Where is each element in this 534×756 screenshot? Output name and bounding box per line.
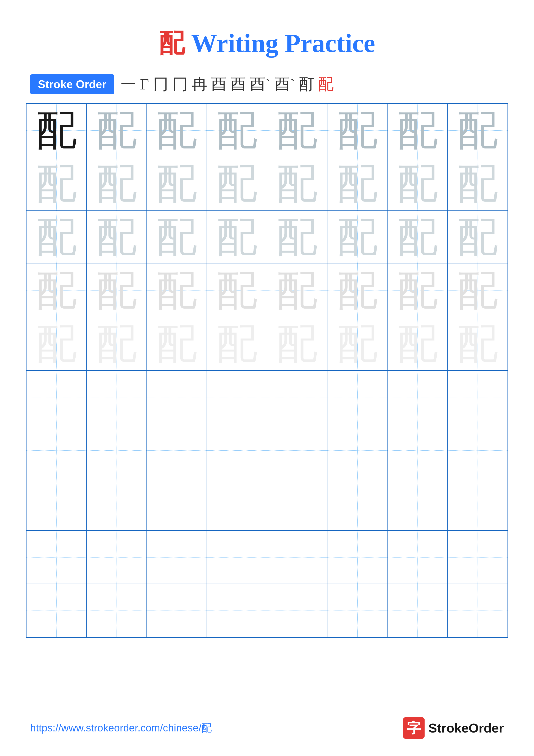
grid-cell-r5c8[interactable]: 配	[447, 317, 508, 370]
grid-cell-r2c5[interactable]: 配	[267, 157, 327, 210]
grid-cell-r9c1[interactable]	[26, 530, 87, 584]
char-r2c6: 配	[337, 163, 378, 204]
grid-cell-r4c7[interactable]: 配	[387, 264, 447, 317]
grid-cell-r5c4[interactable]: 配	[207, 317, 267, 370]
grid-cell-r10c3[interactable]	[147, 584, 207, 637]
grid-cell-r10c4[interactable]	[207, 584, 267, 637]
char-r2c1: 配	[36, 163, 77, 204]
grid-cell-r1c5[interactable]: 配	[267, 104, 327, 157]
grid-cell-r2c2[interactable]: 配	[87, 157, 146, 210]
char-r4c4: 配	[216, 270, 257, 311]
grid-cell-r10c2[interactable]	[87, 584, 146, 637]
char-r1c3: 配	[156, 110, 197, 151]
char-r4c7: 配	[397, 270, 438, 311]
grid-cell-r7c5[interactable]	[267, 424, 327, 477]
grid-cell-r6c3[interactable]	[147, 370, 207, 424]
grid-cell-r6c6[interactable]	[327, 370, 387, 424]
grid-cell-r7c2[interactable]	[87, 424, 146, 477]
char-r1c1: 配	[36, 110, 77, 151]
grid-cell-r8c5[interactable]	[267, 477, 327, 530]
grid-cell-r6c1[interactable]	[26, 370, 87, 424]
char-r3c1: 配	[36, 217, 77, 257]
grid-cell-r8c6[interactable]	[327, 477, 387, 530]
grid-cell-r9c5[interactable]	[267, 530, 327, 584]
grid-cell-r5c1[interactable]: 配	[26, 317, 87, 370]
grid-cell-r7c7[interactable]	[387, 424, 447, 477]
grid-cell-r2c7[interactable]: 配	[387, 157, 447, 210]
grid-cell-r7c4[interactable]	[207, 424, 267, 477]
grid-cell-r10c5[interactable]	[267, 584, 327, 637]
grid-cell-r4c3[interactable]: 配	[147, 264, 207, 317]
grid-cell-r3c8[interactable]: 配	[447, 210, 508, 264]
grid-cell-r1c4[interactable]: 配	[207, 104, 267, 157]
char-r2c7: 配	[397, 163, 438, 204]
grid-cell-r7c8[interactable]	[447, 424, 508, 477]
grid-cell-r3c2[interactable]: 配	[87, 210, 146, 264]
grid-cell-r8c2[interactable]	[87, 477, 146, 530]
char-r2c8: 配	[457, 163, 498, 204]
grid-cell-r2c1[interactable]: 配	[26, 157, 87, 210]
grid-cell-r6c2[interactable]	[87, 370, 146, 424]
grid-cell-r5c7[interactable]: 配	[387, 317, 447, 370]
grid-cell-r10c6[interactable]	[327, 584, 387, 637]
grid-cell-r5c5[interactable]: 配	[267, 317, 327, 370]
grid-cell-r4c5[interactable]: 配	[267, 264, 327, 317]
grid-cell-r4c6[interactable]: 配	[327, 264, 387, 317]
grid-cell-r1c6[interactable]: 配	[327, 104, 387, 157]
grid-cell-r8c1[interactable]	[26, 477, 87, 530]
grid-cell-r5c6[interactable]: 配	[327, 317, 387, 370]
grid-cell-r8c4[interactable]	[207, 477, 267, 530]
grid-cell-r8c7[interactable]	[387, 477, 447, 530]
grid-cell-r7c6[interactable]	[327, 424, 387, 477]
grid-cell-r6c8[interactable]	[447, 370, 508, 424]
stroke-sequence: 一 Γ 冂 冂 冉 酉 酉 酉` 酉` 酊 配	[121, 74, 334, 94]
footer-url[interactable]: https://www.strokeorder.com/chinese/配	[30, 721, 212, 735]
grid-cell-r5c3[interactable]: 配	[147, 317, 207, 370]
grid-cell-r1c8[interactable]: 配	[447, 104, 508, 157]
char-r1c5: 配	[277, 110, 318, 151]
footer-logo-text: StrokeOrder	[428, 721, 504, 736]
grid-cell-r2c6[interactable]: 配	[327, 157, 387, 210]
grid-cell-r10c1[interactable]	[26, 584, 87, 637]
grid-cell-r7c1[interactable]	[26, 424, 87, 477]
grid-cell-r1c1[interactable]: 配	[26, 104, 87, 157]
grid-cell-r10c7[interactable]	[387, 584, 447, 637]
grid-cell-r6c7[interactable]	[387, 370, 447, 424]
grid-cell-r4c4[interactable]: 配	[207, 264, 267, 317]
grid-cell-r9c4[interactable]	[207, 530, 267, 584]
grid-cell-r8c8[interactable]	[447, 477, 508, 530]
grid-cell-r3c4[interactable]: 配	[207, 210, 267, 264]
grid-cell-r3c1[interactable]: 配	[26, 210, 87, 264]
grid-cell-r9c2[interactable]	[87, 530, 146, 584]
grid-cell-r3c3[interactable]: 配	[147, 210, 207, 264]
char-r3c7: 配	[397, 217, 438, 257]
grid-cell-r6c4[interactable]	[207, 370, 267, 424]
grid-cell-r8c3[interactable]	[147, 477, 207, 530]
grid-cell-r9c8[interactable]	[447, 530, 508, 584]
grid-cell-r3c6[interactable]: 配	[327, 210, 387, 264]
grid-cell-r9c3[interactable]	[147, 530, 207, 584]
char-r4c2: 配	[96, 270, 137, 311]
grid-cell-r7c3[interactable]	[147, 424, 207, 477]
grid-cell-r3c5[interactable]: 配	[267, 210, 327, 264]
grid-cell-r1c7[interactable]: 配	[387, 104, 447, 157]
char-r5c3: 配	[156, 323, 197, 364]
grid-cell-r1c3[interactable]: 配	[147, 104, 207, 157]
grid-cell-r2c8[interactable]: 配	[447, 157, 508, 210]
grid-cell-r2c4[interactable]: 配	[207, 157, 267, 210]
grid-cell-r10c8[interactable]	[447, 584, 508, 637]
grid-cell-r9c6[interactable]	[327, 530, 387, 584]
grid-cell-r4c8[interactable]: 配	[447, 264, 508, 317]
grid-cell-r4c2[interactable]: 配	[87, 264, 146, 317]
grid-cell-r6c5[interactable]	[267, 370, 327, 424]
char-r2c4: 配	[216, 163, 257, 204]
grid-cell-r5c2[interactable]: 配	[87, 317, 146, 370]
char-r1c7: 配	[397, 110, 438, 151]
char-r3c8: 配	[457, 217, 498, 257]
grid-cell-r3c7[interactable]: 配	[387, 210, 447, 264]
grid-cell-r2c3[interactable]: 配	[147, 157, 207, 210]
grid-cell-r1c2[interactable]: 配	[87, 104, 146, 157]
grid-cell-r9c7[interactable]	[387, 530, 447, 584]
char-r4c6: 配	[337, 270, 378, 311]
grid-cell-r4c1[interactable]: 配	[26, 264, 87, 317]
